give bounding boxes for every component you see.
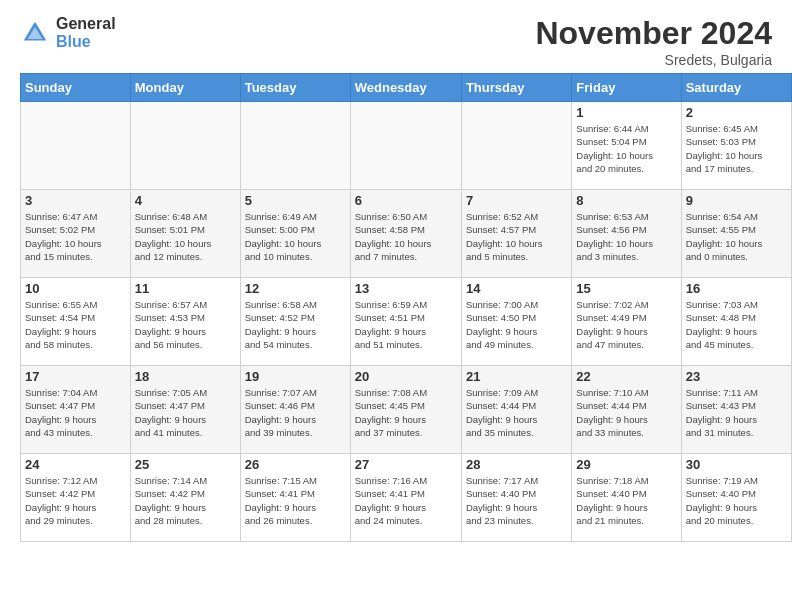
day-info: Sunrise: 7:15 AMSunset: 4:41 PMDaylight:… <box>245 474 346 527</box>
month-title: November 2024 <box>535 15 772 52</box>
col-wednesday: Wednesday <box>350 74 461 102</box>
day-cell: 25Sunrise: 7:14 AMSunset: 4:42 PMDayligh… <box>130 454 240 542</box>
logo-text: General Blue <box>56 15 116 51</box>
day-info: Sunrise: 7:02 AMSunset: 4:49 PMDaylight:… <box>576 298 676 351</box>
day-cell: 15Sunrise: 7:02 AMSunset: 4:49 PMDayligh… <box>572 278 681 366</box>
day-info: Sunrise: 7:08 AMSunset: 4:45 PMDaylight:… <box>355 386 457 439</box>
day-info: Sunrise: 7:05 AMSunset: 4:47 PMDaylight:… <box>135 386 236 439</box>
day-cell <box>240 102 350 190</box>
day-cell: 22Sunrise: 7:10 AMSunset: 4:44 PMDayligh… <box>572 366 681 454</box>
day-cell: 27Sunrise: 7:16 AMSunset: 4:41 PMDayligh… <box>350 454 461 542</box>
day-number: 20 <box>355 369 457 384</box>
day-cell: 30Sunrise: 7:19 AMSunset: 4:40 PMDayligh… <box>681 454 791 542</box>
day-number: 28 <box>466 457 567 472</box>
day-cell: 3Sunrise: 6:47 AMSunset: 5:02 PMDaylight… <box>21 190 131 278</box>
day-info: Sunrise: 6:48 AMSunset: 5:01 PMDaylight:… <box>135 210 236 263</box>
day-number: 14 <box>466 281 567 296</box>
day-number: 17 <box>25 369 126 384</box>
day-info: Sunrise: 7:14 AMSunset: 4:42 PMDaylight:… <box>135 474 236 527</box>
calendar-wrapper: Sunday Monday Tuesday Wednesday Thursday… <box>0 73 792 552</box>
day-cell: 28Sunrise: 7:17 AMSunset: 4:40 PMDayligh… <box>461 454 571 542</box>
day-info: Sunrise: 7:10 AMSunset: 4:44 PMDaylight:… <box>576 386 676 439</box>
day-number: 3 <box>25 193 126 208</box>
day-cell: 19Sunrise: 7:07 AMSunset: 4:46 PMDayligh… <box>240 366 350 454</box>
day-number: 8 <box>576 193 676 208</box>
logo-icon <box>20 18 50 48</box>
day-cell: 17Sunrise: 7:04 AMSunset: 4:47 PMDayligh… <box>21 366 131 454</box>
day-number: 30 <box>686 457 787 472</box>
day-cell <box>461 102 571 190</box>
day-info: Sunrise: 7:09 AMSunset: 4:44 PMDaylight:… <box>466 386 567 439</box>
day-info: Sunrise: 6:58 AMSunset: 4:52 PMDaylight:… <box>245 298 346 351</box>
day-info: Sunrise: 7:19 AMSunset: 4:40 PMDaylight:… <box>686 474 787 527</box>
day-cell: 2Sunrise: 6:45 AMSunset: 5:03 PMDaylight… <box>681 102 791 190</box>
day-number: 7 <box>466 193 567 208</box>
day-cell: 18Sunrise: 7:05 AMSunset: 4:47 PMDayligh… <box>130 366 240 454</box>
day-cell: 29Sunrise: 7:18 AMSunset: 4:40 PMDayligh… <box>572 454 681 542</box>
day-number: 13 <box>355 281 457 296</box>
day-cell: 23Sunrise: 7:11 AMSunset: 4:43 PMDayligh… <box>681 366 791 454</box>
day-cell: 12Sunrise: 6:58 AMSunset: 4:52 PMDayligh… <box>240 278 350 366</box>
week-row-5: 24Sunrise: 7:12 AMSunset: 4:42 PMDayligh… <box>21 454 792 542</box>
day-info: Sunrise: 6:55 AMSunset: 4:54 PMDaylight:… <box>25 298 126 351</box>
week-row-1: 1Sunrise: 6:44 AMSunset: 5:04 PMDaylight… <box>21 102 792 190</box>
title-section: November 2024 Sredets, Bulgaria <box>535 15 772 68</box>
day-info: Sunrise: 7:03 AMSunset: 4:48 PMDaylight:… <box>686 298 787 351</box>
day-number: 26 <box>245 457 346 472</box>
day-number: 5 <box>245 193 346 208</box>
week-row-4: 17Sunrise: 7:04 AMSunset: 4:47 PMDayligh… <box>21 366 792 454</box>
day-info: Sunrise: 7:07 AMSunset: 4:46 PMDaylight:… <box>245 386 346 439</box>
day-number: 6 <box>355 193 457 208</box>
day-info: Sunrise: 7:17 AMSunset: 4:40 PMDaylight:… <box>466 474 567 527</box>
day-number: 24 <box>25 457 126 472</box>
day-info: Sunrise: 7:11 AMSunset: 4:43 PMDaylight:… <box>686 386 787 439</box>
day-info: Sunrise: 7:00 AMSunset: 4:50 PMDaylight:… <box>466 298 567 351</box>
day-cell: 5Sunrise: 6:49 AMSunset: 5:00 PMDaylight… <box>240 190 350 278</box>
calendar-header: Sunday Monday Tuesday Wednesday Thursday… <box>21 74 792 102</box>
day-cell <box>21 102 131 190</box>
day-cell: 21Sunrise: 7:09 AMSunset: 4:44 PMDayligh… <box>461 366 571 454</box>
calendar-body: 1Sunrise: 6:44 AMSunset: 5:04 PMDaylight… <box>21 102 792 542</box>
day-number: 22 <box>576 369 676 384</box>
header: General Blue November 2024 Sredets, Bulg… <box>0 0 792 73</box>
logo: General Blue <box>20 15 116 51</box>
day-info: Sunrise: 7:12 AMSunset: 4:42 PMDaylight:… <box>25 474 126 527</box>
day-number: 4 <box>135 193 236 208</box>
page-container: General Blue November 2024 Sredets, Bulg… <box>0 0 792 552</box>
day-number: 2 <box>686 105 787 120</box>
day-cell: 11Sunrise: 6:57 AMSunset: 4:53 PMDayligh… <box>130 278 240 366</box>
day-info: Sunrise: 7:16 AMSunset: 4:41 PMDaylight:… <box>355 474 457 527</box>
day-info: Sunrise: 6:52 AMSunset: 4:57 PMDaylight:… <box>466 210 567 263</box>
day-number: 11 <box>135 281 236 296</box>
day-number: 10 <box>25 281 126 296</box>
day-number: 23 <box>686 369 787 384</box>
day-cell: 20Sunrise: 7:08 AMSunset: 4:45 PMDayligh… <box>350 366 461 454</box>
day-cell <box>130 102 240 190</box>
col-monday: Monday <box>130 74 240 102</box>
day-cell: 6Sunrise: 6:50 AMSunset: 4:58 PMDaylight… <box>350 190 461 278</box>
day-number: 15 <box>576 281 676 296</box>
day-info: Sunrise: 6:53 AMSunset: 4:56 PMDaylight:… <box>576 210 676 263</box>
day-cell <box>350 102 461 190</box>
day-number: 19 <box>245 369 346 384</box>
day-info: Sunrise: 6:59 AMSunset: 4:51 PMDaylight:… <box>355 298 457 351</box>
day-info: Sunrise: 6:44 AMSunset: 5:04 PMDaylight:… <box>576 122 676 175</box>
col-saturday: Saturday <box>681 74 791 102</box>
day-info: Sunrise: 6:49 AMSunset: 5:00 PMDaylight:… <box>245 210 346 263</box>
day-cell: 7Sunrise: 6:52 AMSunset: 4:57 PMDaylight… <box>461 190 571 278</box>
day-number: 18 <box>135 369 236 384</box>
logo-blue: Blue <box>56 33 116 51</box>
day-cell: 26Sunrise: 7:15 AMSunset: 4:41 PMDayligh… <box>240 454 350 542</box>
calendar-table: Sunday Monday Tuesday Wednesday Thursday… <box>20 73 792 542</box>
col-thursday: Thursday <box>461 74 571 102</box>
day-cell: 13Sunrise: 6:59 AMSunset: 4:51 PMDayligh… <box>350 278 461 366</box>
day-info: Sunrise: 7:18 AMSunset: 4:40 PMDaylight:… <box>576 474 676 527</box>
day-cell: 24Sunrise: 7:12 AMSunset: 4:42 PMDayligh… <box>21 454 131 542</box>
day-number: 21 <box>466 369 567 384</box>
day-cell: 4Sunrise: 6:48 AMSunset: 5:01 PMDaylight… <box>130 190 240 278</box>
day-number: 16 <box>686 281 787 296</box>
day-info: Sunrise: 6:47 AMSunset: 5:02 PMDaylight:… <box>25 210 126 263</box>
day-number: 12 <box>245 281 346 296</box>
day-number: 9 <box>686 193 787 208</box>
day-cell: 9Sunrise: 6:54 AMSunset: 4:55 PMDaylight… <box>681 190 791 278</box>
